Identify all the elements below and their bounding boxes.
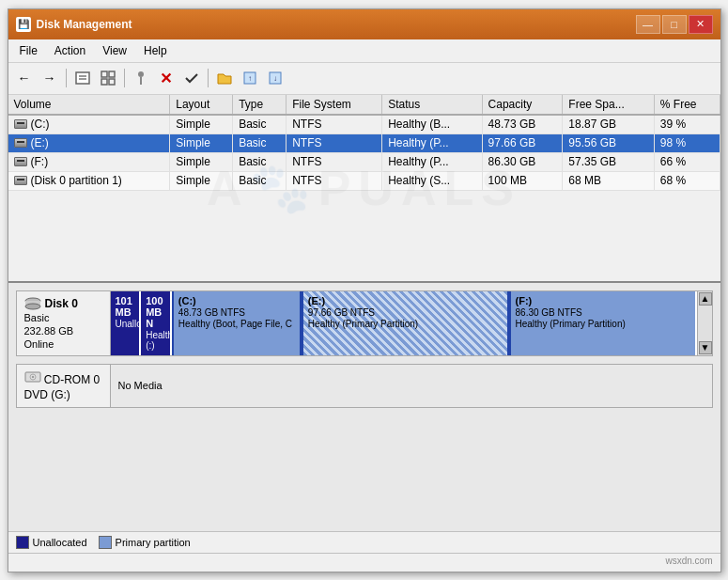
- scroll-down-btn[interactable]: ▼: [699, 341, 712, 354]
- cell-layout: Simple: [170, 171, 233, 190]
- menu-bar: File Action View Help: [8, 39, 720, 63]
- title-bar-left: 💾 Disk Management: [16, 17, 132, 32]
- cell-filesystem: NTFS: [287, 133, 382, 152]
- title-controls: — □ ✕: [636, 15, 713, 34]
- disk-scrollbar[interactable]: ▲ ▼: [697, 291, 712, 355]
- cell-type: Basic: [233, 152, 287, 171]
- cdrom-content: No Media: [111, 365, 712, 407]
- scroll-up-btn[interactable]: ▲: [699, 292, 712, 306]
- partition-e-status: Healthy (Primary Partition): [308, 319, 503, 329]
- properties-button[interactable]: [70, 66, 95, 90]
- cell-capacity: 97.66 GB: [482, 133, 563, 152]
- col-status[interactable]: Status: [382, 95, 482, 115]
- close-button[interactable]: ✕: [689, 15, 713, 34]
- status-text: wsxdn.com: [665, 556, 712, 566]
- disk-0-size: 232.88 GB: [24, 325, 102, 337]
- window-title: Disk Management: [37, 18, 132, 31]
- toolbar-sep-1: [66, 69, 67, 87]
- disk-0-label: Disk 0 Basic 232.88 GB Online: [17, 291, 111, 355]
- svg-point-18: [32, 376, 34, 378]
- cdrom-label: CD-ROM 0 DVD (G:): [17, 365, 111, 407]
- maximize-button[interactable]: □: [662, 15, 687, 34]
- table-row[interactable]: (Disk 0 partition 1)SimpleBasicNTFSHealt…: [8, 171, 720, 190]
- table-row[interactable]: (F:)SimpleBasicNTFSHealthy (P...86.30 GB…: [8, 152, 720, 171]
- partition-f[interactable]: (F:) 86.30 GB NTFS Healthy (Primary Part…: [509, 291, 697, 355]
- legend-unallocated-label: Unallocated: [33, 537, 87, 548]
- col-percentfree[interactable]: % Free: [654, 95, 720, 115]
- toolbar-sep-2: [124, 69, 125, 87]
- cell-layout: Simple: [170, 133, 233, 152]
- main-window: 💾 Disk Management — □ ✕ File Action View…: [8, 8, 721, 572]
- partition-unallocated[interactable]: 101 MB Unalloca: [111, 291, 142, 355]
- cell-volume: (C:): [8, 115, 170, 134]
- forward-button[interactable]: →: [38, 66, 62, 90]
- partition-f-letter: (F:): [516, 295, 690, 306]
- volumes-table-area: A🐾PUALS Volume Layout Type File System S…: [8, 95, 720, 283]
- menu-action[interactable]: Action: [47, 41, 93, 60]
- cell-type: Basic: [233, 133, 287, 152]
- back-button[interactable]: ←: [12, 66, 37, 90]
- col-layout[interactable]: Layout: [170, 95, 233, 115]
- cell-freespace: 18.87 GB: [563, 115, 654, 134]
- svg-text:↓: ↓: [273, 74, 277, 83]
- folder-button[interactable]: [212, 66, 237, 90]
- cell-layout: Simple: [170, 152, 233, 171]
- cell-status: Healthy (P...: [382, 133, 482, 152]
- pin-button[interactable]: [129, 66, 153, 90]
- col-freespace[interactable]: Free Spa...: [563, 95, 654, 115]
- disk-0-partitions: 101 MB Unalloca 100 MB N Healthy (:) (C:…: [111, 291, 697, 355]
- legend-primary-label: Primary partition: [116, 537, 191, 548]
- disk-0-status: Online: [24, 338, 102, 350]
- cell-status: Healthy (B...: [382, 115, 482, 134]
- col-capacity[interactable]: Capacity: [482, 95, 563, 115]
- partition-system[interactable]: 100 MB N Healthy (:): [141, 291, 172, 355]
- legend-primary: Primary partition: [99, 536, 191, 549]
- table-row[interactable]: (C:)SimpleBasicNTFSHealthy (B...48.73 GB…: [8, 115, 720, 134]
- cell-percentfree: 68 %: [654, 171, 720, 190]
- cdrom-status: No Media: [118, 380, 163, 391]
- toolbar: ← → ✕ ↑ ↓: [8, 63, 720, 95]
- cell-freespace: 57.35 GB: [563, 152, 654, 171]
- cdrom-row: CD-ROM 0 DVD (G:) No Media: [16, 364, 713, 408]
- menu-help[interactable]: Help: [136, 41, 175, 60]
- cell-percentfree: 39 %: [654, 115, 720, 134]
- table-row[interactable]: (E:)SimpleBasicNTFSHealthy (P...97.66 GB…: [8, 133, 720, 152]
- cell-type: Basic: [233, 171, 287, 190]
- cell-percentfree: 98 %: [654, 133, 720, 152]
- cell-layout: Simple: [170, 115, 233, 134]
- col-volume[interactable]: Volume: [8, 95, 170, 115]
- minimize-button[interactable]: —: [636, 15, 660, 34]
- partition-e[interactable]: (E:) 97.66 GB NTFS Healthy (Primary Part…: [302, 291, 509, 355]
- legend-unallocated: Unallocated: [16, 536, 87, 549]
- view-button[interactable]: [96, 66, 120, 90]
- cell-capacity: 100 MB: [482, 171, 563, 190]
- partition-sys-size: 100 MB N: [146, 295, 165, 329]
- partition-unalloc-size: 101 MB: [116, 295, 135, 318]
- cell-volume: (F:): [8, 152, 170, 171]
- content-area: A🐾PUALS Volume Layout Type File System S…: [8, 95, 720, 531]
- cell-percentfree: 66 %: [654, 152, 720, 171]
- menu-view[interactable]: View: [95, 41, 134, 60]
- partition-c[interactable]: (C:) 48.73 GB NTFS Healthy (Boot, Page F…: [172, 291, 302, 355]
- svg-rect-3: [101, 71, 107, 77]
- toolbar-sep-3: [208, 69, 209, 87]
- legend-primary-swatch: [99, 536, 112, 549]
- export-button[interactable]: ↓: [263, 66, 287, 90]
- import-button[interactable]: ↑: [238, 66, 262, 90]
- check-button[interactable]: [179, 66, 204, 90]
- col-filesystem[interactable]: File System: [287, 95, 382, 115]
- cell-status: Healthy (P...: [382, 152, 482, 171]
- col-type[interactable]: Type: [233, 95, 287, 115]
- cell-filesystem: NTFS: [287, 152, 382, 171]
- menu-file[interactable]: File: [12, 41, 45, 60]
- title-bar: 💾 Disk Management — □ ✕: [8, 9, 720, 39]
- disk-0-row: Disk 0 Basic 232.88 GB Online 101 MB Una…: [16, 290, 713, 356]
- delete-button[interactable]: ✕: [154, 66, 178, 90]
- partition-f-status: Healthy (Primary Partition): [516, 319, 690, 329]
- app-icon: 💾: [16, 17, 31, 32]
- cell-filesystem: NTFS: [287, 115, 382, 134]
- svg-point-7: [138, 71, 144, 77]
- svg-rect-6: [109, 79, 115, 85]
- partition-e-letter: (E:): [308, 295, 503, 306]
- svg-rect-5: [101, 79, 107, 85]
